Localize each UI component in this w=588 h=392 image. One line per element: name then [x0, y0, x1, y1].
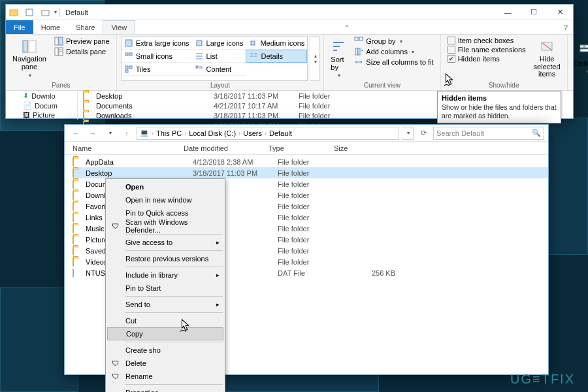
file-name-extensions-toggle[interactable]: File name extensions	[445, 45, 529, 54]
breadcrumb[interactable]: 💻› This PC› Local Disk (C:)› Users› Defa…	[137, 127, 399, 140]
header-date[interactable]: Date modified	[184, 142, 269, 154]
file-name: Desktop	[96, 92, 214, 100]
size-all-columns-button[interactable]: Size all columns to fit	[351, 57, 436, 67]
ctx-pin-quick-access[interactable]: Pin to Quick access	[107, 206, 223, 220]
crumb-2[interactable]: Users	[243, 129, 262, 137]
ctx-send-to[interactable]: Send to▸	[107, 298, 223, 311]
item-check-boxes-toggle[interactable]: Item check boxes	[445, 36, 529, 45]
qat-newfolder-icon[interactable]	[40, 7, 50, 18]
layout-extra-large[interactable]: Extra large icons	[122, 37, 192, 50]
layout-tiles[interactable]: Tiles	[122, 63, 192, 76]
close-button[interactable]: ✕	[547, 5, 573, 20]
column-headers[interactable]: Name Date modified Type Size	[65, 142, 548, 155]
file-type: File folder	[278, 203, 343, 210]
header-size[interactable]: Size	[334, 142, 393, 154]
header-type[interactable]: Type	[269, 142, 334, 154]
hidden-items-toggle[interactable]: ✔Hidden items	[445, 54, 529, 63]
nav-back-button[interactable]: ←	[69, 127, 83, 140]
details-pane-button[interactable]: Details pane	[52, 46, 112, 57]
crumb-dropdown-icon[interactable]: ▾	[402, 127, 414, 140]
hide-selected-button[interactable]: Hide selected items	[531, 36, 563, 81]
ctx-open[interactable]: Open	[107, 180, 223, 193]
layout-scroll-down-icon[interactable]: ▾	[314, 59, 317, 65]
tooltip-hidden-items: Hidden items Show or hide the files and …	[437, 91, 561, 123]
svg-rect-26	[196, 66, 198, 68]
file-date: 4/21/2017 10:17 AM	[214, 102, 299, 110]
crumb-3[interactable]: Default	[269, 129, 292, 137]
layout-large[interactable]: Large icons	[192, 37, 246, 50]
minimize-button[interactable]: —	[495, 5, 521, 20]
ctx-create-shortcut[interactable]: Create sho	[107, 344, 223, 357]
tab-view[interactable]: View	[103, 20, 135, 34]
svg-rect-0	[10, 10, 18, 16]
file-type: File folder	[278, 214, 343, 221]
ctx-delete[interactable]: 🛡Delete	[107, 357, 223, 370]
crumb-0[interactable]: This PC	[156, 129, 182, 137]
ctx-properties[interactable]: Properties	[107, 386, 223, 392]
layout-list[interactable]: List	[192, 50, 246, 63]
svg-rect-5	[55, 37, 58, 45]
layout-details[interactable]: Details	[246, 50, 307, 63]
nav-recent-button[interactable]: ▾	[103, 127, 117, 140]
svg-rect-25	[125, 70, 128, 73]
help-icon[interactable]: ?	[559, 20, 573, 34]
svg-rect-11	[125, 40, 132, 46]
crumb-root-icon[interactable]: 💻	[140, 129, 149, 137]
layout-small[interactable]: Small icons	[122, 50, 192, 63]
file-type: File folder	[299, 92, 357, 100]
ctx-include-library[interactable]: Include in library▸	[107, 269, 223, 282]
search-box[interactable]: Search Default 🔍	[433, 127, 544, 140]
file-date: 3/18/2017 11:03 PM	[214, 92, 299, 100]
layout-scroll-up-icon[interactable]: ▴	[314, 53, 317, 59]
file-type: File folder	[278, 236, 343, 244]
ribbon-tabs: File Home Share View ^ ?	[6, 20, 573, 35]
refresh-button[interactable]: ⟳	[416, 129, 431, 137]
nav-item-pictures[interactable]: 🖼Picture	[7, 110, 76, 120]
preview-pane-button[interactable]: Preview pane	[52, 36, 112, 46]
ctx-restore-versions[interactable]: Restore previous versions	[107, 252, 223, 265]
sort-by-button[interactable]: Sort by▾	[328, 36, 349, 81]
watermark: UG≡TFIX	[510, 372, 575, 387]
ctx-rename[interactable]: 🛡Rename	[107, 370, 223, 383]
qat-properties-icon[interactable]	[24, 7, 35, 18]
svg-rect-1	[26, 9, 33, 16]
header-name[interactable]: Name	[73, 142, 184, 154]
ctx-give-access[interactable]: Give access to▸	[107, 236, 223, 249]
svg-rect-23	[125, 66, 128, 69]
nav-item-documents[interactable]: 📄Docum	[7, 101, 76, 110]
layout-content[interactable]: Content	[192, 63, 246, 76]
group-by-button[interactable]: Group by▾	[351, 36, 436, 46]
navigation-tree[interactable]: ⬇Downlo 📄Docum 🖼Picture	[6, 91, 78, 120]
file-date: 4/12/2018 2:38 AM	[193, 158, 278, 166]
qat-dropdown-icon[interactable]: ▾	[54, 9, 57, 15]
add-columns-button[interactable]: +Add columns▾	[351, 46, 436, 57]
list-item[interactable]: Desktop 3/18/2017 11:03 PM File folder	[73, 167, 548, 178]
ctx-cut[interactable]: Cut	[107, 314, 223, 327]
file-date: 3/18/2017 11:03 PM	[193, 169, 278, 177]
tooltip-body: Show or hide the files and folders that …	[442, 103, 557, 120]
maximize-button[interactable]: ☐	[521, 5, 547, 20]
nav-up-button[interactable]: ↑	[120, 127, 134, 140]
ctx-copy[interactable]: Copy	[107, 327, 223, 340]
nav-forward-button[interactable]: →	[86, 127, 100, 140]
nav-item-downloads[interactable]: ⬇Downlo	[7, 91, 76, 101]
layout-medium[interactable]: Medium icons	[246, 37, 307, 50]
list-item[interactable]: AppData 4/12/2018 2:38 AM File folder	[73, 156, 548, 167]
crumb-1[interactable]: Local Disk (C:)	[189, 129, 236, 137]
navigation-pane-button[interactable]: Navigation pane ▾	[10, 36, 49, 81]
options-button[interactable]: Options▾	[572, 36, 588, 81]
shield-icon: 🛡	[110, 358, 120, 368]
ctx-open-new-window[interactable]: Open in new window	[107, 193, 223, 206]
ctx-pin-start[interactable]: Pin to Start	[107, 282, 223, 295]
group-current-view: Sort by▾ Group by▾ +Add columns▾ Size al…	[324, 35, 440, 90]
tab-file[interactable]: File	[6, 20, 33, 34]
ribbon-collapse-icon[interactable]: ^	[340, 20, 353, 34]
tooltip-title: Hidden items	[442, 94, 557, 102]
tab-share[interactable]: Share	[68, 20, 103, 34]
svg-rect-4	[29, 41, 36, 52]
search-placeholder: Search Default	[436, 129, 484, 137]
svg-rect-3	[23, 41, 27, 52]
ctx-scan-defender[interactable]: 🛡Scan with Windows Defender...	[107, 220, 223, 233]
file-type: File folder	[278, 258, 343, 266]
tab-home[interactable]: Home	[33, 20, 68, 34]
